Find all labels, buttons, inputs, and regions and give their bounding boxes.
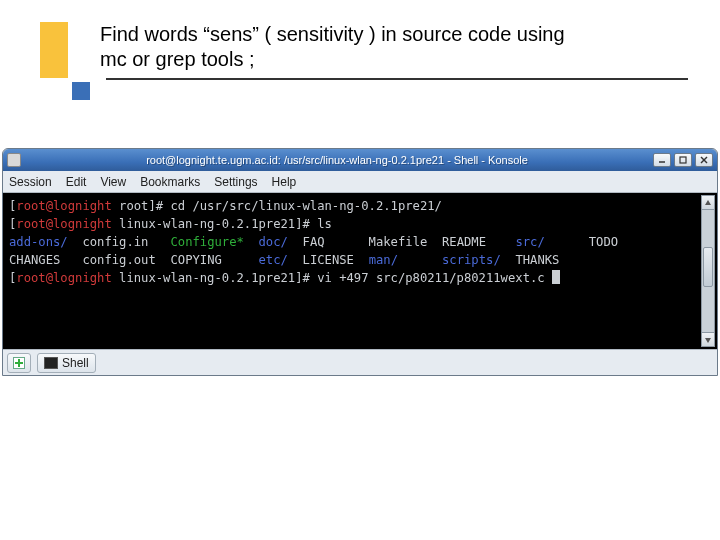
slide-title-line1: Find words “sens” ( sensitivity ) in sou… <box>100 23 565 45</box>
prompt-cwd: linux-wlan-ng-0.2.1pre21 <box>112 217 295 231</box>
ls-dir: doc/ <box>259 235 288 249</box>
cmd-cd: cd /usr/src/linux-wlan-ng-0.2.1pre21/ <box>170 199 442 213</box>
prompt-userhost: root@lognight <box>16 199 111 213</box>
ls-dir: scripts/ <box>442 253 501 267</box>
ls-file: Makefile <box>369 235 428 249</box>
scroll-down-arrow[interactable] <box>702 332 714 346</box>
ls-file: CHANGES <box>9 253 60 267</box>
svg-rect-1 <box>680 157 686 163</box>
ls-dir: etc/ <box>259 253 288 267</box>
terminal[interactable]: [root@lognight root]# cd /usr/src/linux-… <box>3 193 717 349</box>
konsole-app-icon <box>7 153 21 167</box>
slide-header: Find words “sens” ( sensitivity ) in sou… <box>40 22 690 92</box>
ls-exec: Configure* <box>170 235 243 249</box>
tab-bar: Shell <box>3 349 717 375</box>
slide-title: Find words “sens” ( sensitivity ) in sou… <box>100 22 660 72</box>
maximize-button[interactable] <box>674 153 692 167</box>
ls-file: config.in <box>82 235 148 249</box>
close-button[interactable] <box>695 153 713 167</box>
scroll-up-arrow[interactable] <box>702 196 714 210</box>
new-tab-icon <box>13 357 25 369</box>
ls-dir: add-ons/ <box>9 235 68 249</box>
menu-view[interactable]: View <box>100 175 126 189</box>
ls-dir: src/ <box>515 235 544 249</box>
bracket: ]# <box>295 217 317 231</box>
ls-row-2: CHANGES config.out COPYING etc/ LICENSE … <box>9 251 711 269</box>
prompt-userhost: root@lognight <box>16 271 111 285</box>
cmd-vi: vi +497 src/p80211/p80211wext.c <box>317 271 544 285</box>
prompt-cwd: linux-wlan-ng-0.2.1pre21 <box>112 271 295 285</box>
ls-file: README <box>442 235 486 249</box>
cmd-ls: ls <box>317 217 332 231</box>
window-title: root@lognight.te.ugm.ac.id: /usr/src/lin… <box>25 154 649 166</box>
svg-marker-5 <box>705 338 711 343</box>
ls-file: config.out <box>82 253 155 267</box>
scroll-track[interactable] <box>702 210 714 332</box>
window-buttons <box>653 153 713 167</box>
accent-yellow-block <box>40 22 68 78</box>
menu-settings[interactable]: Settings <box>214 175 257 189</box>
bracket: ]# <box>295 271 317 285</box>
slide-title-line2: mc or grep tools ; <box>100 48 255 70</box>
new-tab-button[interactable] <box>7 353 31 373</box>
terminal-wrap: [root@lognight root]# cd /usr/src/linux-… <box>3 193 717 349</box>
shell-icon <box>44 357 58 369</box>
prompt-cwd: root <box>112 199 149 213</box>
tab-label: Shell <box>62 356 89 370</box>
menu-bookmarks[interactable]: Bookmarks <box>140 175 200 189</box>
ls-file: LICENSE <box>303 253 354 267</box>
konsole-window: root@lognight.te.ugm.ac.id: /usr/src/lin… <box>2 148 718 376</box>
tab-shell[interactable]: Shell <box>37 353 96 373</box>
scroll-thumb[interactable] <box>703 247 713 287</box>
terminal-scrollbar[interactable] <box>701 195 715 347</box>
bracket: ]# <box>148 199 170 213</box>
ls-dir: man/ <box>369 253 398 267</box>
ls-row-1: add-ons/ config.in Configure* doc/ FAQ M… <box>9 233 711 251</box>
svg-marker-4 <box>705 200 711 205</box>
minimize-button[interactable] <box>653 153 671 167</box>
terminal-cursor <box>552 270 560 284</box>
slide-divider <box>106 78 688 80</box>
ls-file: FAQ <box>303 235 325 249</box>
ls-file: THANKS <box>515 253 559 267</box>
window-titlebar[interactable]: root@lognight.te.ugm.ac.id: /usr/src/lin… <box>3 149 717 171</box>
menu-help[interactable]: Help <box>272 175 297 189</box>
ls-file: TODO <box>589 235 618 249</box>
menu-session[interactable]: Session <box>9 175 52 189</box>
menu-edit[interactable]: Edit <box>66 175 87 189</box>
ls-file: COPYING <box>170 253 221 267</box>
prompt-userhost: root@lognight <box>16 217 111 231</box>
accent-blue-block <box>72 82 90 100</box>
menubar: Session Edit View Bookmarks Settings Hel… <box>3 171 717 193</box>
